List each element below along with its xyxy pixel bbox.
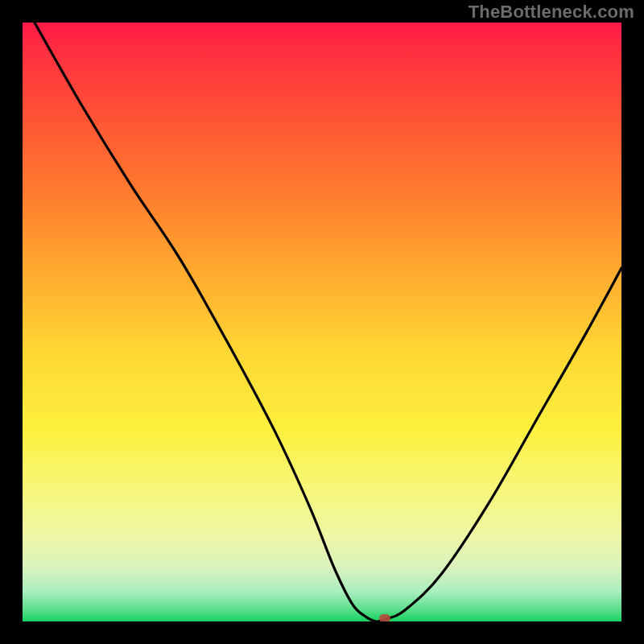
chart-frame: TheBottleneck.com	[0, 0, 644, 644]
plot-area	[23, 23, 621, 621]
curve-svg	[23, 23, 621, 621]
optimum-marker	[379, 614, 390, 621]
bottleneck-curve	[35, 23, 621, 621]
watermark-text: TheBottleneck.com	[469, 2, 634, 23]
